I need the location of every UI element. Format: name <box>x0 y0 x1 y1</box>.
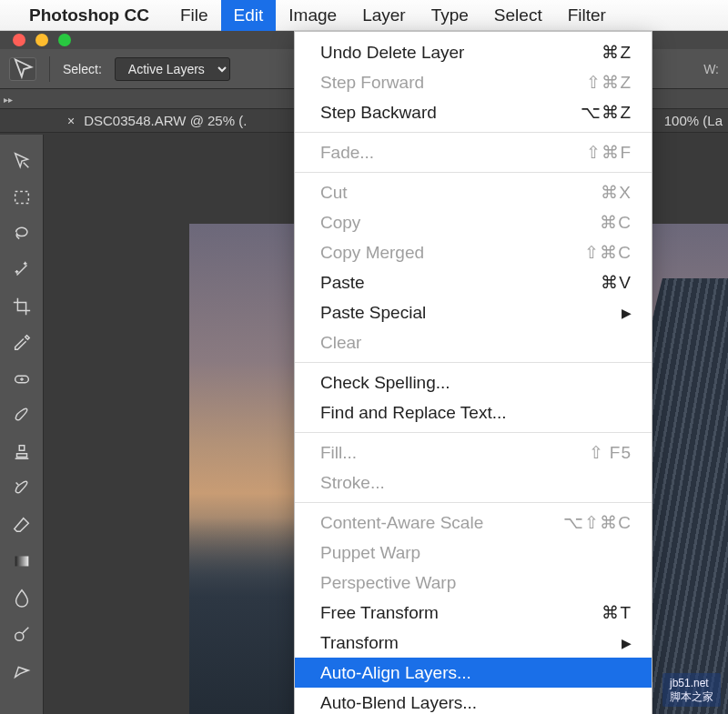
menu-item-transform[interactable]: Transform▶ <box>295 628 652 658</box>
menu-edit[interactable]: Edit <box>221 0 277 31</box>
menu-item-label: Auto-Blend Layers... <box>320 693 477 713</box>
menu-image[interactable]: Image <box>276 0 349 31</box>
menu-item-step-backward[interactable]: Step Backward⌥⌘Z <box>295 97 652 127</box>
menu-item-find-and-replace-text[interactable]: Find and Replace Text... <box>295 397 652 427</box>
watermark-line2: 脚本之家 <box>670 690 713 703</box>
tab-close-icon[interactable]: × <box>67 114 75 128</box>
panel-handle-icon[interactable]: ▸▸ <box>4 95 13 105</box>
svg-rect-2 <box>15 557 28 567</box>
select-label: Select: <box>63 62 102 76</box>
menu-shortcut: ⌘V <box>601 272 632 293</box>
menu-shortcut: ⇧⌘Z <box>586 72 632 93</box>
menu-item-label: Undo Delete Layer <box>320 43 464 63</box>
menu-item-label: Paste Special <box>320 303 426 323</box>
menu-item-label: Puppet Warp <box>320 543 420 563</box>
menu-shortcut: ⌘X <box>601 182 632 203</box>
menu-item-label: Auto-Align Layers... <box>320 663 471 683</box>
gradient-tool[interactable] <box>5 544 39 578</box>
menu-shortcut: ⇧⌘C <box>584 242 632 263</box>
menu-layer[interactable]: Layer <box>349 0 419 31</box>
menu-item-label: Content-Aware Scale <box>320 513 483 533</box>
svg-rect-0 <box>15 192 28 204</box>
menu-item-check-spelling[interactable]: Check Spelling... <box>295 367 652 397</box>
menu-item-label: Free Transform <box>320 603 439 623</box>
dodge-tool[interactable] <box>5 617 39 651</box>
menu-shortcut: ⇧⌘F <box>586 142 632 163</box>
zoom-window-icon[interactable] <box>58 34 71 46</box>
tab-filename[interactable]: DSC03548.ARW @ 25% (. <box>84 113 247 128</box>
history-brush-tool[interactable] <box>5 471 39 506</box>
menu-item-label: Check Spelling... <box>320 373 450 393</box>
watermark-line1: jb51.net <box>670 677 713 689</box>
menu-shortcut: ⇧ F5 <box>589 442 632 463</box>
menu-item-fade: Fade...⇧⌘F <box>295 137 652 167</box>
menu-item-label: Fill... <box>320 443 357 463</box>
menu-item-perspective-warp: Perspective Warp <box>295 568 652 598</box>
menu-item-label: Clear <box>320 333 361 353</box>
brush-tool[interactable] <box>5 398 39 433</box>
menu-shortcut: ⌘C <box>600 212 632 233</box>
pen-tool[interactable] <box>5 653 39 688</box>
tool-palette <box>0 135 44 714</box>
separator <box>49 56 50 82</box>
menu-item-label: Stroke... <box>320 473 385 493</box>
menu-item-label: Find and Replace Text... <box>320 403 507 423</box>
menu-item-puppet-warp: Puppet Warp <box>295 538 652 568</box>
menu-item-label: Cut <box>320 183 348 203</box>
magic-wand-tool[interactable] <box>5 253 39 287</box>
menu-item-label: Step Forward <box>320 73 424 93</box>
menu-item-label: Perspective Warp <box>320 573 456 593</box>
menu-item-auto-align-layers[interactable]: Auto-Align Layers... <box>295 658 652 688</box>
menu-item-label: Paste <box>320 273 365 293</box>
menu-shortcut: ⌘Z <box>602 42 632 63</box>
edit-menu-dropdown: Undo Delete Layer⌘ZStep Forward⇧⌘ZStep B… <box>294 31 652 714</box>
tool-preset-icon[interactable] <box>9 57 36 81</box>
crop-tool[interactable] <box>5 289 39 324</box>
stamp-tool[interactable] <box>5 435 39 469</box>
healing-brush-tool[interactable] <box>5 362 39 397</box>
menu-item-step-forward: Step Forward⇧⌘Z <box>295 67 652 97</box>
marquee-tool[interactable] <box>5 180 39 215</box>
menu-type[interactable]: Type <box>419 0 481 31</box>
menu-item-paste[interactable]: Paste⌘V <box>295 267 652 297</box>
menu-item-auto-blend-layers[interactable]: Auto-Blend Layers... <box>295 688 652 714</box>
menu-item-stroke: Stroke... <box>295 468 652 498</box>
menu-item-label: Copy Merged <box>320 243 424 263</box>
menu-item-label: Copy <box>320 213 360 233</box>
menu-item-content-aware-scale: Content-Aware Scale⌥⇧⌘C <box>295 508 652 538</box>
close-window-icon[interactable] <box>13 34 25 46</box>
width-label: W: <box>703 62 719 76</box>
minimize-window-icon[interactable] <box>35 34 48 46</box>
mac-menubar: Photoshop CC File Edit Image Layer Type … <box>0 0 728 31</box>
app-name: Photoshop CC <box>29 5 149 25</box>
menu-item-fill: Fill...⇧ F5 <box>295 437 652 468</box>
menu-item-label: Fade... <box>320 143 374 163</box>
tab-zoom-info: 100% (La <box>664 113 723 128</box>
menu-item-label: Transform <box>320 633 399 653</box>
menu-item-free-transform[interactable]: Free Transform⌘T <box>295 598 652 628</box>
menu-shortcut: ⌘T <box>602 602 632 623</box>
menu-item-clear: Clear <box>295 327 652 357</box>
submenu-arrow-icon: ▶ <box>622 636 632 650</box>
menu-item-copy-merged: Copy Merged⇧⌘C <box>295 237 652 267</box>
menu-item-cut: Cut⌘X <box>295 177 652 207</box>
eyedropper-tool[interactable] <box>5 326 39 360</box>
menu-item-undo-delete-layer[interactable]: Undo Delete Layer⌘Z <box>295 37 652 67</box>
menu-file[interactable]: File <box>167 0 221 31</box>
submenu-arrow-icon: ▶ <box>622 306 632 320</box>
select-dropdown[interactable]: Active Layers <box>115 57 230 81</box>
menu-shortcut: ⌥⌘Z <box>581 102 632 123</box>
menu-filter[interactable]: Filter <box>555 0 619 31</box>
watermark: jb51.net 脚本之家 <box>662 673 721 707</box>
menu-item-label: Step Backward <box>320 103 437 123</box>
menu-shortcut: ⌥⇧⌘C <box>563 512 632 533</box>
menu-item-paste-special[interactable]: Paste Special▶ <box>295 297 652 327</box>
svg-point-3 <box>15 632 23 640</box>
eraser-tool[interactable] <box>5 508 39 542</box>
blur-tool[interactable] <box>5 580 39 615</box>
menu-select[interactable]: Select <box>481 0 555 31</box>
menu-item-copy: Copy⌘C <box>295 207 652 237</box>
move-tool[interactable] <box>5 144 39 178</box>
lasso-tool[interactable] <box>5 216 39 251</box>
